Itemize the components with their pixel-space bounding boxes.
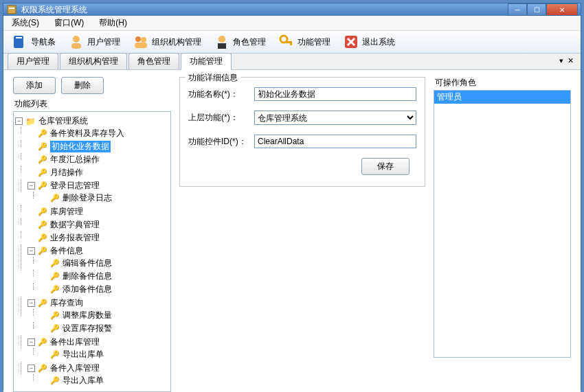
book-icon <box>12 34 28 50</box>
toolbar-exit[interactable]: 退出系统 <box>339 32 399 51</box>
detail-fieldset: 功能详细信息 功能名称(*)： 上层功能(*)： 仓库管理系统 功能控件ID(*… <box>179 77 425 187</box>
name-input[interactable] <box>254 87 416 101</box>
svg-rect-13 <box>290 41 292 45</box>
users-icon <box>133 34 149 50</box>
toolbar-role[interactable]: 角色管理 <box>210 32 270 51</box>
tree-node[interactable]: −🔑备件信息 <box>27 245 169 257</box>
toolbar-nav[interactable]: 导航条 <box>8 32 60 51</box>
user-icon <box>68 34 85 50</box>
menu-system[interactable]: 系统(S) <box>8 16 43 30</box>
tree-node[interactable]: −🔑库存查询 <box>27 297 169 309</box>
tree-root[interactable]: −📁仓库管理系统 <box>15 115 169 127</box>
tree-node[interactable]: 🔑业务报表管理 <box>27 232 169 244</box>
svg-rect-3 <box>16 37 22 38</box>
menubar: 系统(S) 窗口(W) 帮助(H) <box>3 16 581 31</box>
toolbar: 导航条 用户管理 组织机构管理 角色管理 功能管理 退出系统 <box>3 31 581 54</box>
maximize-button[interactable]: ☐ <box>527 3 546 16</box>
parent-select[interactable]: 仓库管理系统 <box>254 111 416 125</box>
ctlid-label: 功能控件ID(*)： <box>188 136 254 148</box>
svg-rect-5 <box>71 43 81 49</box>
save-button[interactable]: 保存 <box>361 158 409 175</box>
svg-point-4 <box>73 36 80 43</box>
tree-node[interactable]: −🔑备件入库管理 <box>27 362 169 374</box>
content-area: 添加 删除 功能列表 −📁仓库管理系统 🔑备件资料及库存导入 🔑初始化业务数据 … <box>3 70 581 392</box>
svg-rect-10 <box>218 43 226 49</box>
toolbar-org[interactable]: 组织机构管理 <box>128 32 205 51</box>
roles-list[interactable]: 管理员 <box>434 90 571 358</box>
tree-node[interactable]: 🔑编辑备件信息 <box>40 257 169 269</box>
role-icon <box>214 34 230 50</box>
tree-node[interactable]: 🔑月结操作 <box>27 167 169 178</box>
function-list-label: 功能列表 <box>13 98 171 110</box>
exit-icon <box>343 34 359 50</box>
tab-org[interactable]: 组织机构管理 <box>60 53 127 69</box>
svg-rect-0 <box>8 5 16 14</box>
window-title: 权限系统管理系统 <box>21 4 508 16</box>
tree-node[interactable]: 🔑删除登录日志 <box>40 192 169 204</box>
roles-label: 可操作角色 <box>434 77 571 89</box>
menu-help[interactable]: 帮助(H) <box>95 16 131 30</box>
tree-node[interactable]: 🔑导出出库单 <box>40 349 169 360</box>
svg-rect-1 <box>9 8 14 9</box>
tree-node[interactable]: 🔑库房管理 <box>27 206 169 218</box>
tab-role[interactable]: 角色管理 <box>128 53 179 69</box>
ctlid-input[interactable] <box>254 135 416 148</box>
tree-node[interactable]: 🔑调整库房数量 <box>40 310 169 321</box>
parent-label: 上层功能(*)： <box>188 112 254 124</box>
tab-close-icon[interactable]: ✕ <box>568 56 574 65</box>
tree-node[interactable]: 🔑添加备件信息 <box>40 284 169 295</box>
tree-node[interactable]: 🔑导出入库单 <box>40 375 169 387</box>
tab-user[interactable]: 用户管理 <box>8 53 58 69</box>
app-window: 权限系统管理系统 ─ ☐ ✕ 系统(S) 窗口(W) 帮助(H) 导航条 用户管… <box>3 3 581 389</box>
titlebar[interactable]: 权限系统管理系统 ─ ☐ ✕ <box>3 3 581 16</box>
menu-window[interactable]: 窗口(W) <box>50 16 88 30</box>
svg-rect-8 <box>135 43 147 48</box>
svg-point-9 <box>218 36 225 43</box>
minimize-button[interactable]: ─ <box>508 3 527 16</box>
delete-button[interactable]: 删除 <box>61 77 104 94</box>
svg-point-6 <box>135 36 141 42</box>
toolbar-func[interactable]: 功能管理 <box>274 32 335 51</box>
tree-node[interactable]: −🔑登录日志管理 <box>27 180 169 192</box>
tree-node[interactable]: 🔑年度汇总操作 <box>27 154 169 165</box>
detail-legend: 功能详细信息 <box>186 72 240 84</box>
app-icon <box>6 4 17 15</box>
tree-node-selected[interactable]: 🔑初始化业务数据 <box>27 141 169 152</box>
tab-dropdown-icon[interactable]: ▾ <box>559 56 563 65</box>
tab-func[interactable]: 功能管理 <box>181 53 232 70</box>
name-label: 功能名称(*)： <box>188 89 254 100</box>
tabstrip: 用户管理 组织机构管理 角色管理 功能管理 ▾ ✕ <box>3 54 581 70</box>
svg-point-7 <box>141 37 146 43</box>
toolbar-user[interactable]: 用户管理 <box>64 32 124 51</box>
function-tree-panel[interactable]: −📁仓库管理系统 🔑备件资料及库存导入 🔑初始化业务数据 🔑年度汇总操作 🔑月结… <box>13 111 171 392</box>
tree-node[interactable]: 🔑备件资料及库存导入 <box>27 128 169 139</box>
tree-node[interactable]: −🔑备件出库管理 <box>27 336 169 348</box>
close-button[interactable]: ✕ <box>546 3 578 16</box>
add-button[interactable]: 添加 <box>13 77 56 94</box>
tree-node[interactable]: 🔑数据字典管理 <box>27 219 169 231</box>
role-item[interactable]: 管理员 <box>434 91 570 104</box>
tree-node[interactable]: 🔑设置库存报警 <box>40 323 169 334</box>
key-icon <box>278 34 295 50</box>
tree-node[interactable]: 🔑删除备件信息 <box>40 270 169 282</box>
